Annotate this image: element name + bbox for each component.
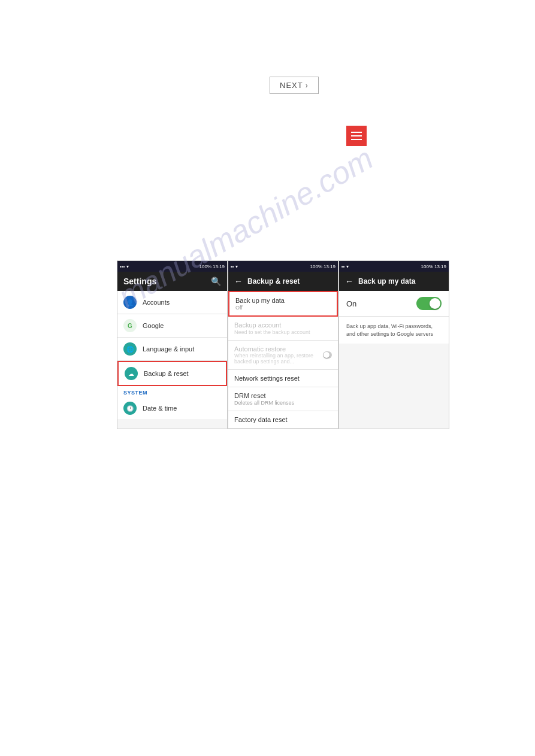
accounts-icon: 👤 — [123, 296, 137, 309]
wifi-icon: ▾ — [126, 264, 129, 269]
hamburger-menu-button[interactable] — [346, 126, 367, 146]
drm-reset-title: DRM reset — [234, 392, 332, 399]
accounts-item[interactable]: 👤 Accounts — [117, 291, 227, 314]
backup-label: Backup & reset — [144, 370, 189, 377]
accounts-icon-symbol: 👤 — [126, 299, 134, 306]
accounts-label: Accounts — [143, 299, 170, 306]
search-icon[interactable]: 🔍 — [211, 277, 221, 286]
time-display-3: 13:19 — [434, 264, 446, 269]
next-button[interactable]: NEXT › — [270, 77, 319, 94]
backup-data-app-bar: ← Back up my data — [339, 272, 449, 291]
back-up-sub: Off — [235, 305, 331, 311]
backup-description: Back up app data, Wi-Fi passwords, and o… — [339, 317, 449, 344]
status-bar-3: ▪▪ ▾ 100% 13:19 — [339, 261, 449, 272]
backup-app-bar: ← Backup & reset — [228, 272, 338, 291]
time-display: 13:19 — [213, 264, 225, 269]
datetime-icon: 🕐 — [123, 402, 137, 415]
settings-app-bar: Settings 🔍 — [117, 272, 227, 291]
hamburger-line — [351, 139, 362, 140]
factory-reset-title: Factory data reset — [234, 416, 332, 423]
system-section-label: SYSTEM — [117, 386, 227, 397]
language-icon: 🌐 — [123, 342, 137, 356]
backup-data-title: Back up my data — [358, 277, 415, 286]
settings-title: Settings — [123, 277, 156, 286]
auto-restore-texts: Automatic restore When reinstalling an a… — [234, 345, 323, 365]
signal-icon-2: ▪▪ — [231, 264, 234, 269]
chevron-right-icon: › — [306, 81, 309, 90]
signal-icon-3: ▪▪ — [341, 264, 345, 269]
language-label: Language & input — [143, 345, 194, 353]
back-up-title: Back up my data — [235, 297, 331, 304]
status-left-icons-3: ▪▪ ▾ — [341, 264, 349, 269]
status-left-icons: ▪▪▪ ▾ — [120, 264, 129, 269]
backup-toggle-switch[interactable] — [416, 297, 442, 310]
status-bar-2: ▪▪ ▾ 100% 13:19 — [228, 261, 338, 272]
screens-container: ▪▪▪ ▾ 100% 13:19 Settings 🔍 👤 Accounts G… — [117, 260, 449, 429]
language-input-item[interactable]: 🌐 Language & input — [117, 338, 227, 361]
status-right-icons-3: 100% 13:19 — [421, 264, 447, 269]
date-time-item[interactable]: 🕐 Date & time — [117, 397, 227, 420]
factory-reset-item[interactable]: Factory data reset — [228, 411, 338, 429]
auto-restore-sub: When reinstalling an app, restore backed… — [234, 353, 323, 365]
google-icon: G — [123, 319, 137, 332]
hamburger-line — [351, 132, 362, 133]
google-label: Google — [143, 322, 164, 329]
datetime-label: Date & time — [143, 405, 177, 412]
battery-icon: 100% — [200, 264, 211, 269]
battery-icon-3: 100% — [421, 264, 433, 269]
back-arrow-icon[interactable]: ← — [234, 277, 243, 286]
network-reset-title: Network settings reset — [234, 375, 332, 382]
backup-screen-title: Backup & reset — [247, 277, 300, 286]
status-right-icons: 100% 13:19 — [200, 264, 225, 269]
settings-screen: ▪▪▪ ▾ 100% 13:19 Settings 🔍 👤 Accounts G… — [117, 260, 228, 429]
datetime-icon-symbol: 🕐 — [126, 405, 134, 412]
drm-reset-item[interactable]: DRM reset Deletes all DRM licenses — [228, 387, 338, 411]
google-icon-symbol: G — [128, 323, 132, 329]
backup-data-screen: ▪▪ ▾ 100% 13:19 ← Back up my data On Bac… — [338, 260, 449, 429]
drm-reset-sub: Deletes all DRM licenses — [234, 400, 332, 406]
wifi-icon-3: ▾ — [346, 264, 349, 269]
backup-account-title: Backup account — [234, 321, 332, 329]
backup-account-sub: Need to set the backup account — [234, 329, 332, 335]
google-item[interactable]: G Google — [117, 314, 227, 338]
backup-account-item[interactable]: Backup account Need to set the backup ac… — [228, 317, 338, 341]
wifi-icon-2: ▾ — [235, 264, 238, 269]
status-left-icons-2: ▪▪ ▾ — [231, 264, 238, 269]
backup-icon: ☁ — [125, 367, 138, 380]
hamburger-line — [351, 135, 362, 136]
battery-icon-2: 100% — [310, 264, 322, 269]
backup-icon-symbol: ☁ — [128, 371, 134, 377]
backup-reset-screen: ▪▪ ▾ 100% 13:19 ← Backup & reset Back up… — [228, 260, 338, 429]
backup-toggle-label: On — [346, 299, 356, 308]
time-display-2: 13:19 — [324, 264, 335, 269]
backup-toggle-row[interactable]: On — [339, 291, 449, 317]
back-up-my-data-item[interactable]: Back up my data Off — [228, 291, 338, 317]
backup-reset-item[interactable]: ☁ Backup & reset — [117, 361, 227, 386]
language-icon-symbol: 🌐 — [126, 346, 134, 353]
status-bar-1: ▪▪▪ ▾ 100% 13:19 — [117, 261, 227, 272]
next-label: NEXT — [280, 81, 303, 90]
signal-icon: ▪▪▪ — [120, 264, 125, 269]
back-arrow-icon-3[interactable]: ← — [345, 277, 353, 286]
auto-restore-toggle[interactable] — [323, 351, 332, 359]
status-right-icons-2: 100% 13:19 — [310, 264, 336, 269]
auto-restore-item[interactable]: Automatic restore When reinstalling an a… — [228, 341, 338, 370]
network-reset-item[interactable]: Network settings reset — [228, 370, 338, 387]
auto-restore-title: Automatic restore — [234, 345, 323, 353]
